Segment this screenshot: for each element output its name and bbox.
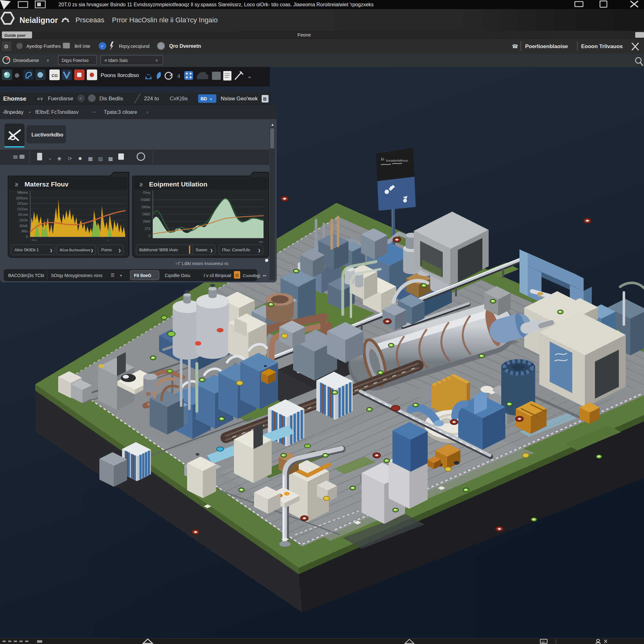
svg-text:EvrsiebnЯdРuciо: EvrsiebnЯdРuciо [386,159,408,162]
svg-text:1GOn: 1GOn [19,219,28,222]
svg-text:▾: ▾ [120,274,122,277]
svg-text:☰: ☰ [111,273,115,278]
svg-text:Bril inte: Bril inte [75,43,90,49]
svg-text:om: om [259,240,263,243]
svg-text:ITou: Cone/IUIc: ITou: Cone/IUIc [222,247,250,252]
svg-text:0: 0 [26,235,28,239]
svg-text:CCOvn: CCOvn [17,208,28,211]
svg-text:≥: ≥ [140,181,143,187]
svg-text:Ayedop Fuethes: Ayedop Fuethes [26,43,61,49]
svg-text:Guide peer: Guide peer [4,33,26,38]
svg-text:fElbvE FcTonslilasv: fElbvE FcTonslilasv [35,109,79,115]
svg-text:Fuerdiarse: Fuerdiarse [48,96,73,102]
svg-text:❀: ❀ [57,156,61,161]
svg-text:✸: ✸ [78,156,82,161]
svg-text:⌄: ⌄ [247,73,252,79]
svg-text:Dis Bedlis: Dis Bedlis [99,96,123,102]
svg-text:▾: ▾ [255,97,257,101]
svg-text:SOvE: SOvE [19,224,28,228]
svg-text:▨: ▨ [98,156,103,161]
svg-text:▲: ▲ [271,123,274,126]
svg-text:Csovdbg): Csovdbg) [243,273,260,278]
svg-text:▾: ▾ [210,97,212,101]
svg-text:♂Γ Ldikt eooni invooeeui: ♂Γ Ldikt eooni invooeeui ro [175,261,228,266]
svg-text:BD: BD [201,96,207,101]
svg-text:Qro Dvereetn: Qro Dvereetn [169,43,201,49]
svg-text:Neialignor: Neialignor [19,16,58,25]
svg-text:Soovn: Soovn [196,247,207,252]
svg-text:OCluvs: OCluvs [17,202,28,205]
svg-text:≥: ≥ [15,181,18,187]
svg-text:-8npeday: -8npeday [3,109,24,115]
svg-text:a: a [107,239,108,241]
svg-text:▦: ▦ [88,156,93,161]
svg-text:Tpata:3 ciloare: Tpata:3 ciloare [104,109,137,115]
svg-text:0: 0 [148,234,150,238]
svg-text:✓: ✓ [79,96,82,101]
svg-text:✓: ✓ [101,44,104,48]
svg-text:29A0: 29A0 [143,220,151,223]
svg-text:∨: ∨ [47,58,49,63]
svg-text:≡∨: ≡∨ [37,96,43,101]
svg-text:SOIqy Mosygimoines rons: SOIqy Mosygimoines rons [51,273,102,278]
svg-text:∨: ∨ [155,58,158,63]
svg-text:M0s: M0s [22,230,28,233]
svg-text:Aliso: Aliso [31,239,37,241]
svg-text:❯: ❯ [91,248,93,253]
svg-text:Matersz Flouv: Matersz Flouv [25,180,69,188]
svg-text:Cqodlie Ooiu: Cqodlie Ooiu [165,273,190,278]
svg-text:3ODons: 3ODons [16,197,28,200]
svg-text:FII IloeG: FII IloeG [134,273,151,278]
svg-text:≡ Idam Sais: ≡ Idam Sais [104,58,128,63]
svg-text:224 to: 224 to [144,96,159,102]
svg-text:B: B [263,96,267,102]
svg-text:⌄: ⌄ [48,155,52,161]
svg-text:Onvy: Onvy [143,191,150,194]
svg-text:❯: ❯ [258,248,261,253]
svg-text:Droeoduese: Droeoduese [13,58,39,63]
svg-text:▩: ▩ [108,156,113,161]
svg-text:☎: ☎ [512,44,518,49]
svg-text:›: › [147,109,148,115]
svg-text:O6E0: O6E0 [142,213,150,216]
svg-text:❯: ❯ [118,248,121,253]
svg-text:8Gue Buchoudiösre: 8Gue Buchoudiösre [60,248,90,252]
svg-text:DLnna: DLnna [19,213,28,216]
svg-text:Eoipment Utilation: Eoipment Utilation [149,180,208,188]
svg-text:Prror HacOslin nle ii Gla’rc: Prror HacOslin nle ii Gla’rcy Ingaio [112,16,218,24]
svg-text:⟳: ⟳ [68,156,72,161]
svg-text:CG: CG [52,73,58,78]
svg-text:12: 12 [541,640,545,643]
svg-text:Poms: Poms [101,247,112,252]
svg-text:Poons Ilorcdbso: Poons Ilorcdbso [101,72,139,78]
svg-text:Alno SKIEb 1: Alno SKIEb 1 [14,247,39,252]
svg-text:—: — [92,109,96,114]
svg-text:4: 4 [177,74,180,79]
svg-text:•: • [29,110,31,115]
svg-text:Eooon Trlivauos: Eooon Trlivauos [581,43,623,49]
svg-text:CxK)9a: CxK)9a [170,96,188,102]
svg-text:27S: 27S [145,227,150,230]
svg-text:Er: Er [381,158,385,161]
svg-text:Dqys Fowrioo: Dqys Fowrioo [62,58,89,63]
svg-text:I v cil Birqoual: I v cil Birqoual [204,273,231,278]
svg-text:Luctivorkdbo: Luctivorkdbo [31,132,64,137]
svg-text:❯: ❯ [50,248,53,253]
svg-text:Feone: Feone [297,32,311,37]
svg-text:OSklEl: OSklEl [141,198,150,202]
svg-text:Poerlioenblaoise: Poerlioenblaoise [525,43,568,49]
svg-text:Bidtiihsrvel 'IBRB IAoio: Bidtiihsrvel 'IBRB IAoio [139,248,178,252]
svg-text:OlOns: OlOns [142,205,150,209]
svg-text:NBiona: NBiona [17,191,28,194]
svg-text:▤: ▤ [235,273,239,277]
svg-text:20T.0 zs sia hrvagsuer Bsind: 20T.0 zs sia hrvagsuer Bsindo 11 Evndssy… [58,2,374,7]
svg-text:≡: ≡ [248,96,251,101]
svg-text:Rqsy.cecqiund: Rqsy.cecqiund [119,43,149,49]
svg-text:▾▾: ▾▾ [263,274,266,277]
svg-text:Ehomse: Ehomse [3,95,26,102]
svg-text:BACO3im]3s TCbI: BACO3im]3s TCbI [8,273,44,278]
svg-text:⚙: ⚙ [4,44,8,50]
svg-text:Nsisw Geo'rsek: Nsisw Geo'rsek [221,96,258,102]
svg-text:❯: ❯ [210,248,213,253]
svg-text:Prsceaas: Prsceaas [75,16,104,24]
